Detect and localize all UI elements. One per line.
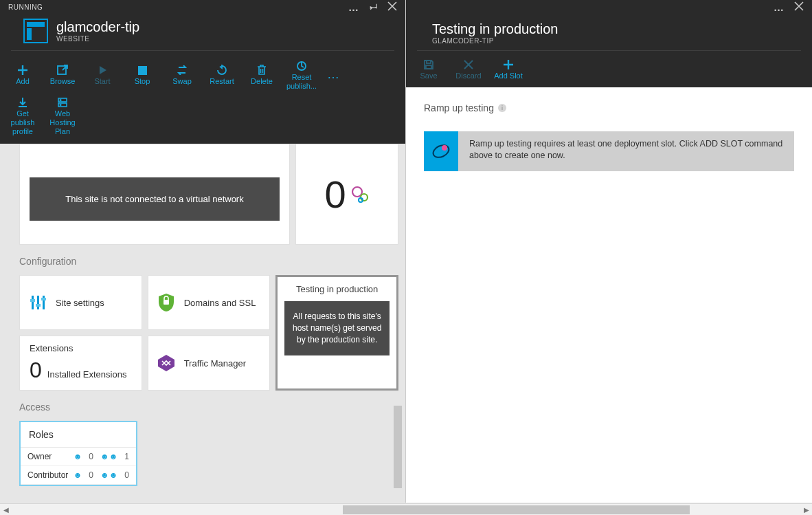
svg-marker-19 [158,355,174,371]
vnet-tile[interactable]: This site is not connected to a virtual … [19,144,290,245]
user-icon: ☻ [74,452,82,461]
traffic-manager-tile[interactable]: Traffic Manager [148,336,271,391]
web-hosting-button[interactable]: Web Hosting Plan [43,93,82,138]
stop-icon [138,63,147,77]
webjobs-count: 0 [324,172,346,217]
svg-rect-21 [426,65,431,69]
roles-header: Roles [21,422,136,448]
svg-point-7 [60,100,61,101]
add-button[interactable]: Add [3,56,43,93]
left-blade: RUNNING … [0,0,406,503]
restart-button[interactable]: Restart [202,56,242,93]
svg-rect-3 [138,66,147,75]
sliders-icon [28,293,47,312]
plus-icon [17,63,28,77]
webjobs-tile[interactable]: 0 [295,144,398,245]
ramp-icon [424,131,458,171]
domains-ssl-tile[interactable]: Domains and SSL [148,275,271,330]
browse-icon [57,63,68,77]
discard-button: Discard [449,55,488,83]
svg-rect-17 [41,298,46,300]
play-icon [98,63,107,77]
svg-rect-13 [37,296,39,309]
svg-rect-12 [32,296,34,309]
scroll-thumb[interactable] [343,505,690,514]
testing-in-production-tile[interactable]: Testing in production All requests to th… [275,275,398,391]
close-icon[interactable] [387,1,397,13]
swap-button[interactable]: Swap [162,56,202,93]
svg-point-10 [361,194,368,201]
svg-rect-16 [36,304,41,307]
plus-icon [503,58,514,72]
info-icon[interactable]: i [498,104,506,112]
save-button: Save [409,55,449,83]
left-blade-header: RUNNING … [0,0,405,144]
right-title: Testing in production [432,21,786,37]
site-settings-tile[interactable]: Site settings [19,275,142,330]
ramp-message: Ramp up testing requires at least one de… [458,131,794,171]
access-label: Access [19,396,398,415]
website-icon [23,19,48,43]
right-blade: … Testing in production GLAMCODER-TIP Sa… [406,0,812,503]
user-icon: ☻ [74,470,82,480]
restart-icon [216,63,227,77]
extensions-count: 0 [30,358,42,383]
svg-point-8 [60,105,61,106]
shield-icon [157,293,176,312]
more-icon[interactable]: … [348,1,359,13]
pin-icon[interactable] [369,1,378,13]
webjobs-icon [350,185,370,204]
right-blade-header: … Testing in production GLAMCODER-TIP Sa… [406,0,812,87]
close-icon[interactable] [794,1,804,13]
discard-icon [464,58,473,72]
trash-icon [257,63,267,77]
roles-tile[interactable]: Roles Owner ☻0☻☻1 Contributor ☻0☻☻0 [19,421,137,486]
save-icon [423,58,434,72]
group-icon: ☻☻ [100,470,117,480]
svg-point-23 [442,145,447,151]
delete-button[interactable]: Delete [242,56,282,93]
scroll-right-arrow[interactable]: ▶ [800,504,812,516]
svg-rect-1 [27,28,32,40]
start-button: Start [82,56,122,93]
svg-rect-20 [427,61,431,63]
right-subtitle: GLAMCODER-TIP [432,37,786,45]
page-subtitle: WEBSITE [56,35,139,43]
ramp-notice: Ramp up testing requires at least one de… [424,131,794,171]
page-title: glamcoder-tip [56,19,139,35]
get-publish-button[interactable]: Get publish profile [3,93,43,138]
role-row-owner[interactable]: Owner ☻0☻☻1 [21,448,136,466]
svg-point-11 [359,198,363,202]
scroll-left-arrow[interactable]: ◀ [0,504,12,516]
vnet-message: This site is not connected to a virtual … [30,177,280,221]
group-icon: ☻☻ [100,452,117,461]
svg-rect-15 [30,299,35,302]
configuration-label: Configuration [19,250,398,270]
ramp-up-label: Ramp up testing i [424,102,794,113]
more-icon[interactable]: … [774,1,785,13]
swap-icon [176,63,188,77]
reset-icon [296,59,307,73]
download-icon [17,96,28,109]
horizontal-scrollbar[interactable]: ◀ ▶ [0,503,812,515]
toolbar-more[interactable]: … [322,67,346,82]
vertical-scrollbar[interactable] [394,406,403,492]
status-tag: RUNNING [8,3,43,11]
reset-publish-button[interactable]: Reset publish... [282,56,322,93]
browse-button[interactable]: Browse [43,56,82,93]
add-slot-button[interactable]: Add Slot [488,55,528,83]
server-icon [57,96,68,109]
stop-button[interactable]: Stop [122,56,162,93]
svg-rect-0 [27,22,45,27]
role-row-contributor[interactable]: Contributor ☻0☻☻0 [21,466,136,485]
svg-point-22 [431,142,451,160]
svg-rect-18 [163,300,169,305]
extensions-tile[interactable]: Extensions 0 Installed Extensions [19,336,142,391]
traffic-icon [157,353,176,373]
toolbar: Add Browse Start Stop Swap [0,51,405,144]
